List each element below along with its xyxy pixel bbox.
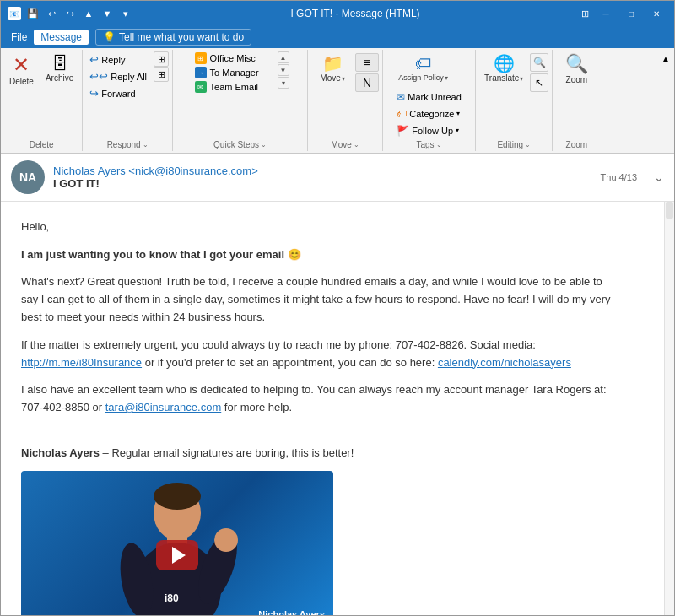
email-body-container: Hello, I am just wanting you to know tha…	[1, 202, 674, 616]
arrow-up[interactable]: ▲	[82, 7, 95, 20]
assign-arrow: ▾	[445, 74, 448, 82]
zoom-icon: 🔍	[565, 55, 588, 73]
menu-message[interactable]: Message	[34, 30, 89, 45]
quicksteps-expander[interactable]: ⌄	[261, 141, 267, 149]
email-body: Hello, I am just wanting you to know tha…	[21, 219, 629, 616]
undo-btn[interactable]: ↩	[45, 7, 58, 20]
cursor-btn[interactable]: ↖	[530, 73, 548, 92]
ribbon-collapse-btn[interactable]: ▲	[659, 51, 672, 65]
qs-scroll-up[interactable]: ▲	[278, 51, 289, 63]
move-icon: 📁	[322, 55, 343, 72]
cursor-icon: ↖	[535, 77, 543, 89]
redo-btn[interactable]: ↪	[63, 7, 77, 20]
qs-to-manager[interactable]: → To Manager	[192, 66, 276, 79]
email-header-bar: NA Nicholas Ayers <nick@i80insurance.com…	[1, 154, 674, 202]
svg-point-6	[214, 528, 238, 552]
quick-access-dropdown[interactable]: ▾	[119, 7, 132, 20]
move-dropdown[interactable]: Move ▾	[320, 73, 344, 84]
email-collapse-btn[interactable]: ⌄	[654, 170, 664, 184]
email-meta: Nicholas Ayers <nick@i80insurance.com> I…	[53, 165, 601, 190]
email-signature: Nicholas Ayers – Regular email signature…	[21, 445, 612, 462]
categorize-button[interactable]: 🏷 Categorize ▾	[393, 106, 465, 122]
move-expander[interactable]: ⌄	[354, 141, 359, 149]
scrollbar-thumb-up[interactable]	[666, 202, 673, 219]
email-para3: If the matter is extremely urgent, you c…	[21, 337, 612, 372]
categorize-arrow: ▾	[456, 110, 460, 117]
editing-group-label: Editing ⌄	[497, 138, 531, 149]
assign-policy-button[interactable]: 🏷 Assign Policy ▾	[393, 51, 453, 86]
play-button[interactable]	[156, 540, 198, 570]
respond-more-2[interactable]: ⊞	[154, 67, 169, 82]
qs-expand[interactable]: ▾	[278, 77, 289, 89]
rules-icon: ≡	[364, 56, 370, 69]
respond-more-1[interactable]: ⊞	[154, 51, 169, 67]
menu-file[interactable]: File	[4, 30, 34, 45]
onenote-icon: N	[363, 76, 371, 89]
calendly-link[interactable]: calendly.com/nicholasayers	[438, 356, 571, 369]
qs-team-email[interactable]: ✉ Team Email	[192, 80, 276, 94]
tags-expander[interactable]: ⌄	[436, 141, 442, 149]
qs-scroll-btns: ▲ ▼ ▾	[278, 51, 289, 89]
reply-icon: ↩	[89, 53, 99, 66]
maximize-btn[interactable]: □	[620, 4, 642, 23]
tags-section: 🏷 Assign Policy ▾ ✉ Mark Unread 🏷	[393, 51, 465, 138]
quicksteps-list: ⊞ Office Misc → To Manager ✉ Team Email	[192, 51, 276, 94]
window-controls: ⊞ ─ □ ✕	[578, 4, 667, 23]
arrow-down[interactable]: ▼	[100, 7, 114, 20]
sender-name: Nicholas Ayers <nick@i80insurance.com>	[53, 165, 601, 177]
forward-icon: ↪	[89, 87, 99, 100]
tell-me-input[interactable]: 💡 Tell me what you want to do	[95, 29, 251, 46]
social-media-link[interactable]: http://m.me/i80Insurance	[21, 356, 142, 369]
app-icon: 📧	[8, 7, 21, 20]
search-btn[interactable]: 🔍	[530, 53, 548, 72]
zoom-button[interactable]: 🔍 Zoom	[559, 51, 593, 89]
title-bar-left: 📧 💾 ↩ ↪ ▲ ▼ ▾	[8, 7, 132, 20]
respond-group-label: Respond ⌄	[107, 138, 148, 149]
respond-expander[interactable]: ⌄	[143, 141, 148, 149]
delete-button[interactable]: ✕ Delete	[4, 51, 39, 90]
quick-access-save[interactable]: 💾	[26, 7, 40, 20]
qs-office-misc-icon: ⊞	[195, 52, 207, 64]
move-btn-1[interactable]: ≡	[355, 53, 379, 72]
qs-team-icon: ✉	[195, 81, 207, 93]
restore-btn[interactable]: ⊞	[578, 7, 591, 20]
mark-unread-icon: ✉	[397, 91, 405, 103]
sender-avatar: NA	[11, 160, 45, 194]
zoom-group-label: Zoom	[566, 138, 588, 149]
forward-button[interactable]: ↪ Forward	[86, 85, 150, 101]
tags-group-content: 🏷 Assign Policy ▾ ✉ Mark Unread 🏷	[393, 51, 465, 138]
email-para1: I am just wanting you to know that I got…	[21, 246, 612, 264]
followup-arrow: ▾	[456, 127, 459, 134]
ribbon-group-respond: ↩ Reply ↩↩ Reply All ↪ Forward ⊞ ⊞	[83, 50, 173, 151]
minimize-btn[interactable]: ─	[595, 4, 617, 23]
quicksteps-group-label: Quick Steps ⌄	[213, 138, 267, 149]
translate-button[interactable]: 🌐 Translate ▾	[479, 51, 528, 87]
move-btn-2[interactable]: N	[355, 73, 379, 92]
translate-icon: 🌐	[494, 55, 515, 72]
move-group-content: 📁 Move ▾ ≡ N	[311, 51, 379, 138]
ribbon-group-move: 📁 Move ▾ ≡ N Move ⌄	[308, 50, 383, 151]
qs-office-misc[interactable]: ⊞ Office Misc	[192, 51, 276, 65]
qs-scroll-down[interactable]: ▼	[278, 64, 289, 76]
followup-button[interactable]: 🚩 Follow Up ▾	[393, 123, 465, 138]
scrollbar-track[interactable]	[664, 202, 674, 616]
quicksteps-content: ⊞ Office Misc → To Manager ✉ Team Email …	[192, 51, 289, 138]
translate-dropdown[interactable]: Translate ▾	[484, 73, 523, 84]
move-arrow: ▾	[342, 75, 345, 83]
search-icon: 🔍	[533, 57, 546, 68]
respond-group-content: ↩ Reply ↩↩ Reply All ↪ Forward ⊞ ⊞	[86, 51, 169, 138]
mark-unread-button[interactable]: ✉ Mark Unread	[393, 89, 465, 105]
close-btn[interactable]: ✕	[645, 4, 667, 23]
assign-dropdown[interactable]: Assign Policy ▾	[398, 73, 448, 83]
email-date: Thu 4/13	[601, 172, 637, 182]
zoom-group-content: 🔍 Zoom	[559, 51, 593, 138]
editing-expander[interactable]: ⌄	[525, 141, 531, 149]
reply-button[interactable]: ↩ Reply	[86, 51, 150, 68]
move-button[interactable]: 📁 Move ▾	[311, 51, 354, 87]
video-thumbnail[interactable]: i80 1:47 Nicholas Ayers	[21, 471, 333, 616]
qs-to-manager-icon: →	[195, 67, 207, 78]
tara-email-link[interactable]: tara@i80insurance.com	[105, 401, 221, 413]
reply-all-button[interactable]: ↩↩ Reply All	[86, 68, 150, 84]
archive-icon: 🗄	[51, 55, 68, 72]
archive-button[interactable]: 🗄 Archive	[40, 51, 78, 87]
